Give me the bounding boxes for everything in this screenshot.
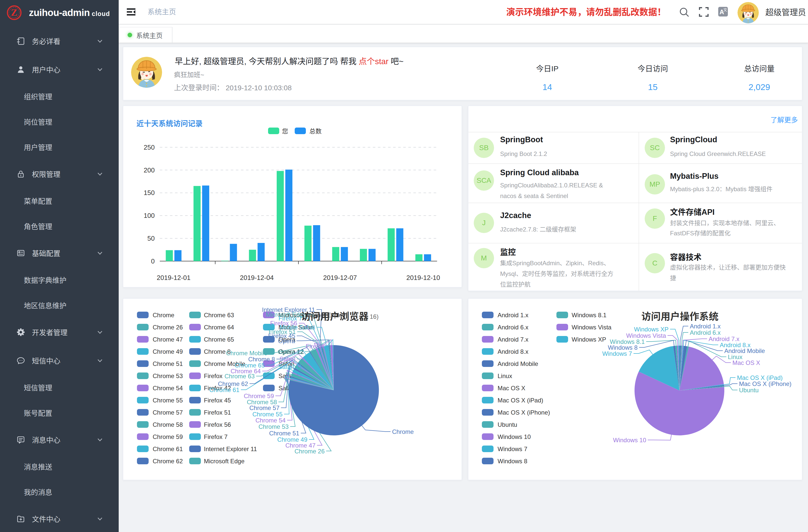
svg-text:Firefox 45: Firefox 45	[204, 397, 231, 404]
svg-text:Android 6.x: Android 6.x	[498, 324, 528, 331]
svg-text:Chrome 59: Chrome 59	[153, 433, 183, 440]
svg-text:2019-12-07: 2019-12-07	[323, 274, 357, 281]
svg-text:Android 1.x: Android 1.x	[690, 323, 720, 330]
svg-text:250: 250	[144, 144, 155, 151]
svg-text:Firefox 56: Firefox 56	[204, 421, 231, 428]
svg-text:2019-12-01: 2019-12-01	[157, 274, 190, 281]
svg-text:Chrome 62: Chrome 62	[218, 380, 248, 387]
svg-text:Chrome 26: Chrome 26	[294, 448, 325, 455]
svg-text:Chrome 54: Chrome 54	[153, 385, 183, 391]
svg-text:Microsoft Edge: Microsoft Edge	[204, 458, 244, 464]
svg-text:Chrome 57: Chrome 57	[153, 409, 183, 416]
svg-text:Windows 10: Windows 10	[613, 437, 646, 443]
svg-text:总数: 总数	[309, 128, 322, 135]
svg-text:Chrome 64: Chrome 64	[204, 324, 234, 331]
svg-text:Firefox 51: Firefox 51	[204, 409, 231, 416]
svg-text:Ubuntu: Ubuntu	[498, 421, 517, 428]
svg-text:Safari 11: Safari 11	[278, 363, 302, 370]
svg-text:Chrome 26: Chrome 26	[153, 324, 183, 331]
svg-text:Mac OS X: Mac OS X	[732, 359, 760, 366]
svg-text:Chrome 55: Chrome 55	[252, 411, 282, 418]
svg-text:Windows 10: Windows 10	[498, 433, 531, 440]
svg-text:Android 6.x: Android 6.x	[690, 329, 720, 336]
svg-text:Android 7.x: Android 7.x	[709, 335, 739, 342]
svg-text:Android 8.x: Android 8.x	[498, 348, 528, 355]
svg-text:Windows 8.1: Windows 8.1	[572, 312, 606, 318]
svg-text:16): 16)	[370, 313, 379, 320]
svg-text:Windows Vista: Windows Vista	[626, 332, 666, 339]
svg-text:访问用户浏览器: 访问用户浏览器	[301, 311, 368, 322]
svg-text:Mac OS X (iPad): Mac OS X (iPad)	[737, 374, 783, 381]
svg-text:Internet Explorer 11: Internet Explorer 11	[204, 445, 257, 452]
svg-text:Chrome 58: Chrome 58	[153, 421, 183, 428]
svg-text:100: 100	[144, 212, 155, 219]
svg-text:150: 150	[144, 189, 155, 197]
svg-text:Android Mobile: Android Mobile	[498, 360, 538, 367]
svg-text:Windows 8: Windows 8	[608, 344, 638, 351]
svg-text:Windows 7: Windows 7	[498, 445, 527, 452]
svg-text:Chrome 62: Chrome 62	[153, 458, 183, 464]
svg-text:Windows Vista: Windows Vista	[572, 324, 612, 331]
svg-text:Chrome 8: Chrome 8	[248, 356, 275, 363]
svg-text:Mac OS X (iPad): Mac OS X (iPad)	[498, 397, 543, 404]
svg-text:Chrome 59: Chrome 59	[244, 392, 274, 399]
svg-text:Ubuntu: Ubuntu	[739, 387, 758, 393]
svg-text:0: 0	[151, 257, 155, 265]
svg-text:Chrome 47: Chrome 47	[153, 336, 183, 343]
svg-text:200: 200	[144, 166, 155, 174]
svg-text:文: 文	[723, 7, 727, 12]
svg-text:Chrome 65: Chrome 65	[204, 336, 234, 343]
svg-text:Chrome: Chrome	[153, 312, 174, 318]
svg-text:Mac OS X: Mac OS X	[498, 385, 525, 391]
svg-text:Firefox: Firefox	[306, 343, 324, 350]
svg-text:Windows XP: Windows XP	[634, 326, 668, 333]
svg-text:Chrome 61: Chrome 61	[209, 386, 239, 393]
svg-text:Chrome Mobile: Chrome Mobile	[226, 350, 267, 356]
svg-text:Chrome: Chrome	[392, 428, 414, 435]
svg-text:Chrome 55: Chrome 55	[153, 397, 183, 404]
svg-text:Windows 7: Windows 7	[602, 350, 632, 357]
svg-text:50: 50	[147, 235, 155, 242]
svg-text:Android 7.x: Android 7.x	[498, 336, 528, 343]
svg-text:2019-12-04: 2019-12-04	[240, 274, 274, 281]
svg-text:Chrome 63: Chrome 63	[204, 312, 234, 318]
svg-text:Z: Z	[11, 7, 17, 18]
svg-text:Android 1.x: Android 1.x	[498, 312, 528, 318]
svg-text:Mac OS X (iPhone): Mac OS X (iPhone)	[739, 380, 791, 387]
svg-text:Chrome 54: Chrome 54	[255, 417, 286, 424]
svg-text:Android Mobile: Android Mobile	[724, 347, 765, 354]
svg-text:您: 您	[282, 128, 288, 135]
svg-text:Chrome 61: Chrome 61	[153, 445, 183, 452]
svg-text:Firefox 7: Firefox 7	[204, 433, 227, 440]
svg-text:Opera 12: Opera 12	[278, 348, 303, 355]
svg-text:Chrome 57: Chrome 57	[249, 404, 279, 411]
svg-text:访问用户操作系统: 访问用户操作系统	[641, 311, 718, 322]
svg-text:Windows XP: Windows XP	[572, 336, 606, 343]
svg-text:Linux: Linux	[498, 372, 512, 379]
svg-text:Chrome 51: Chrome 51	[153, 360, 183, 367]
svg-text:Chrome 63: Chrome 63	[224, 373, 255, 380]
svg-text:Chrome 49: Chrome 49	[153, 348, 183, 355]
svg-text:2019-12-10: 2019-12-10	[406, 274, 440, 281]
svg-text:Chrome 53: Chrome 53	[258, 423, 289, 430]
svg-text:Chrome 51: Chrome 51	[269, 430, 299, 437]
svg-text:Mac OS X (iPhone): Mac OS X (iPhone)	[498, 409, 550, 416]
svg-text:Firefox: Firefox	[204, 372, 222, 379]
svg-text:Safari: Safari	[279, 355, 295, 362]
svg-text:Chrome 53: Chrome 53	[153, 372, 183, 379]
svg-text:Windows 8: Windows 8	[498, 458, 527, 464]
svg-text:Opera: Opera	[278, 337, 295, 344]
